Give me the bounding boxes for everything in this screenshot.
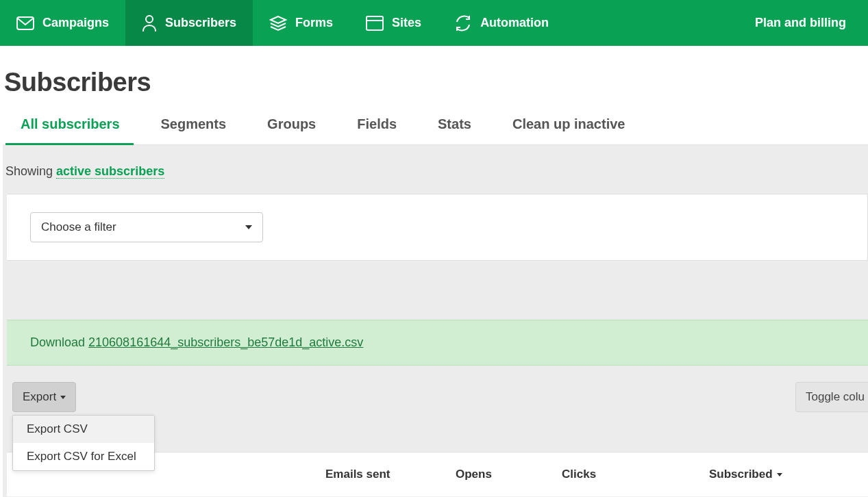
content-area: Showing active subscribers Choose a filt…	[3, 145, 868, 497]
mail-icon	[16, 16, 34, 30]
stack-icon	[269, 15, 287, 31]
nav-subscribers[interactable]: Subscribers	[125, 0, 253, 46]
nav-campaigns[interactable]: Campaigns	[0, 0, 125, 46]
user-icon	[142, 14, 157, 32]
column-emails-sent[interactable]: Emails sent	[319, 468, 449, 481]
export-csv-option[interactable]: Export CSV	[13, 416, 154, 443]
chevron-down-icon	[245, 225, 252, 229]
svg-point-1	[146, 16, 153, 23]
nav-label: Forms	[295, 16, 333, 30]
filter-placeholder: Choose a filter	[41, 220, 116, 234]
tab-all-subscribers[interactable]: All subscribers	[19, 110, 121, 144]
nav-label: Automation	[480, 16, 549, 30]
download-notice: Download 210608161644_subscribers_be57de…	[7, 320, 868, 366]
window-icon	[366, 16, 384, 31]
nav-sites[interactable]: Sites	[349, 0, 438, 46]
showing-prefix: Showing	[5, 164, 56, 178]
toggle-columns-button[interactable]: Toggle colu	[795, 382, 868, 412]
page-title: Subscribers	[3, 46, 868, 110]
svg-rect-2	[367, 16, 383, 30]
showing-filter-link[interactable]: active subscribers	[56, 164, 164, 179]
tab-segments[interactable]: Segments	[160, 110, 228, 144]
sub-navigation: All subscribers Segments Groups Fields S…	[3, 110, 868, 145]
export-button[interactable]: Export	[12, 382, 76, 412]
svg-rect-0	[17, 17, 34, 29]
column-subscribed[interactable]: Subscribed	[702, 468, 789, 481]
tab-groups[interactable]: Groups	[266, 110, 317, 144]
download-file-link[interactable]: 210608161644_subscribers_be57de1d_active…	[88, 335, 363, 349]
nav-label: Campaigns	[42, 16, 109, 30]
caret-down-icon	[60, 396, 66, 399]
export-csv-excel-option[interactable]: Export CSV for Excel	[13, 443, 154, 470]
nav-automation[interactable]: Automation	[438, 0, 565, 46]
showing-text: Showing active subscribers	[3, 164, 868, 194]
nav-label: Sites	[392, 16, 421, 30]
nav-forms[interactable]: Forms	[253, 0, 349, 46]
column-label: Subscribed	[709, 468, 773, 481]
export-label: Export	[23, 390, 56, 404]
tab-fields[interactable]: Fields	[356, 110, 398, 144]
filter-dropdown[interactable]: Choose a filter	[30, 212, 263, 242]
export-dropdown: Export CSV Export CSV for Excel	[12, 415, 155, 471]
table-toolbar: Export Toggle colu Export CSV Export CSV…	[7, 382, 868, 412]
tab-stats[interactable]: Stats	[436, 110, 473, 144]
sort-caret-icon	[777, 473, 782, 476]
refresh-icon	[454, 15, 472, 31]
column-opens[interactable]: Opens	[449, 468, 555, 481]
filter-panel: Choose a filter	[7, 194, 868, 261]
top-navigation: Campaigns Subscribers Forms Sites Automa…	[0, 0, 868, 46]
tab-cleanup[interactable]: Clean up inactive	[511, 110, 627, 144]
column-clicks[interactable]: Clicks	[555, 468, 702, 481]
nav-label: Subscribers	[165, 16, 236, 30]
download-prefix: Download	[30, 335, 88, 349]
nav-plan-billing[interactable]: Plan and billing	[747, 16, 854, 30]
